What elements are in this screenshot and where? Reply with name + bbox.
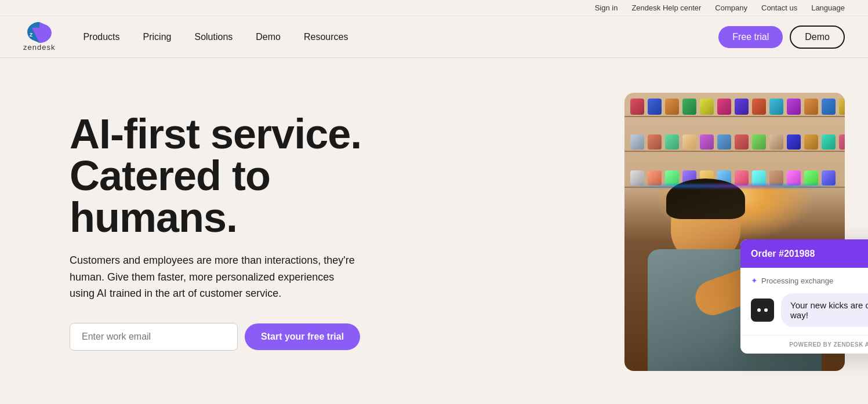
order-number: Order #201988 <box>751 249 815 259</box>
nav-pricing[interactable]: Pricing <box>143 32 172 42</box>
hero-subtext: Customers and employees are more than in… <box>70 252 359 302</box>
free-trial-button[interactable]: Free trial <box>718 26 783 48</box>
chat-widget: Order #201988 AI ✦ ✦ Processing exchange… <box>740 239 868 354</box>
nav-links: Products Pricing Solutions Demo Resource… <box>83 32 348 42</box>
hero-form: Start your free trial <box>70 323 361 351</box>
processing-row: ✦ Processing exchange <box>751 276 868 285</box>
company-link[interactable]: Company <box>715 3 747 12</box>
email-input[interactable] <box>70 323 238 351</box>
nav-left: Z zendesk Products Pricing Solutions Dem… <box>23 22 348 52</box>
nav-resources[interactable]: Resources <box>304 32 348 42</box>
bot-eye-right <box>764 308 768 312</box>
processing-icon: ✦ <box>751 276 758 285</box>
help-center-link[interactable]: Zendesk Help center <box>631 3 701 12</box>
bot-eyes <box>757 308 768 312</box>
zendesk-wordmark: zendesk <box>23 43 55 52</box>
demo-button[interactable]: Demo <box>790 26 845 49</box>
processing-text: Processing exchange <box>761 276 833 285</box>
hero-content: AI-first service. Catered to humans. Cus… <box>70 113 361 351</box>
main-navigation: Z zendesk Products Pricing Solutions Dem… <box>0 16 868 58</box>
message-row: Your new kicks are on the way! <box>751 293 868 327</box>
nav-solutions[interactable]: Solutions <box>194 32 233 42</box>
nav-right: Free trial Demo <box>718 26 845 49</box>
bot-avatar <box>751 299 774 322</box>
bot-eye-left <box>757 308 761 312</box>
svg-text:Z: Z <box>30 32 32 38</box>
nav-products[interactable]: Products <box>83 32 119 42</box>
hero-section: AI-first service. Catered to humans. Cus… <box>0 58 868 394</box>
hero-headline: AI-first service. Catered to humans. <box>70 113 361 238</box>
chat-body: ✦ Processing exchange Your new kicks are… <box>740 268 868 335</box>
powered-by: POWERED BY ZENDESK AI <box>740 335 868 354</box>
headline-line2: Catered to <box>70 152 270 199</box>
start-trial-button[interactable]: Start your free trial <box>245 323 360 350</box>
message-bubble: Your new kicks are on the way! <box>781 293 868 327</box>
chat-header: Order #201988 AI ✦ <box>740 239 868 268</box>
sign-in-link[interactable]: Sign in <box>595 3 618 12</box>
headline-line1: AI-first service. <box>70 111 361 157</box>
headline-line3: humans. <box>70 194 237 241</box>
hero-image-area: Order #201988 AI ✦ ✦ Processing exchange… <box>624 93 845 371</box>
utility-bar: Sign in Zendesk Help center Company Cont… <box>0 0 868 16</box>
zendesk-logo[interactable]: Z zendesk <box>23 22 55 52</box>
contact-us-link[interactable]: Contact us <box>761 3 797 12</box>
language-link[interactable]: Language <box>811 3 845 12</box>
nav-demo[interactable]: Demo <box>256 32 281 42</box>
